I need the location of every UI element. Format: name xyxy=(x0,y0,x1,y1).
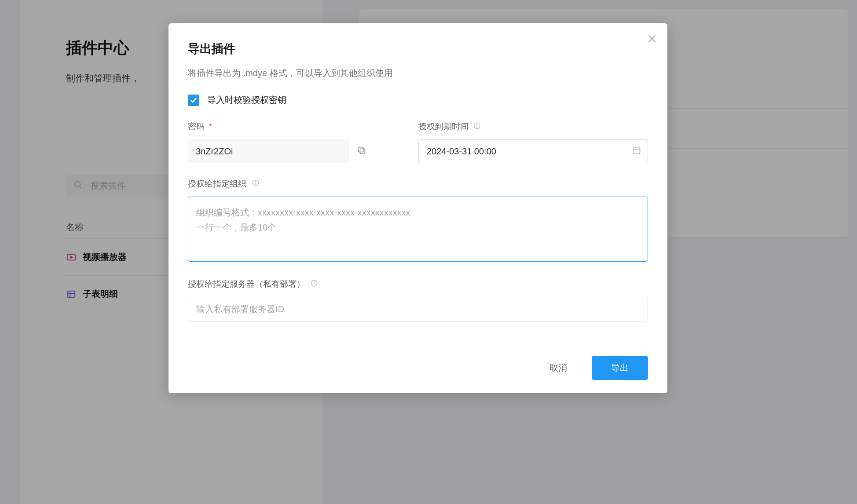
server-label: 授权给指定服务器（私有部署） xyxy=(188,278,648,290)
close-button[interactable] xyxy=(647,34,657,45)
date-input-wrapper xyxy=(418,139,648,163)
server-input[interactable] xyxy=(188,297,648,321)
info-icon xyxy=(310,279,318,289)
required-indicator: * xyxy=(209,122,212,131)
org-textarea[interactable] xyxy=(188,197,648,262)
expire-date-input[interactable] xyxy=(418,139,648,163)
svg-rect-9 xyxy=(360,149,365,153)
export-button[interactable]: 导出 xyxy=(592,356,648,380)
copy-icon xyxy=(357,146,366,155)
server-section: 授权给指定服务器（私有部署） xyxy=(188,278,648,321)
expire-field-wrapper: 授权到期时间 xyxy=(418,121,648,163)
checkbox-row: 导入时校验授权密钥 xyxy=(188,94,648,106)
info-icon xyxy=(252,179,260,189)
modal-subtitle: 将插件导出为 .mdye 格式，可以导入到其他组织使用 xyxy=(188,67,648,79)
checkbox-label: 导入时校验授权密钥 xyxy=(207,94,286,106)
verify-key-checkbox[interactable] xyxy=(188,95,199,106)
info-icon xyxy=(473,122,481,132)
modal-title: 导出插件 xyxy=(188,41,648,57)
check-icon xyxy=(190,97,197,104)
expire-label: 授权到期时间 xyxy=(418,121,648,132)
svg-point-23 xyxy=(314,281,315,282)
export-plugin-modal: 导出插件 将插件导出为 .mdye 格式，可以导入到其他组织使用 导入时校验授权… xyxy=(168,23,667,393)
org-section: 授权给指定组织 xyxy=(188,178,648,263)
cancel-button[interactable]: 取消 xyxy=(537,356,579,380)
svg-point-13 xyxy=(477,124,477,124)
org-label: 授权给指定组织 xyxy=(188,178,648,190)
password-input[interactable] xyxy=(188,139,349,163)
field-row: 密码 * 授权到期时间 xyxy=(188,121,648,163)
password-field-wrapper: 密码 * xyxy=(188,121,399,163)
svg-point-20 xyxy=(256,181,256,182)
svg-rect-10 xyxy=(359,147,363,152)
copy-button[interactable] xyxy=(357,146,366,157)
password-label: 密码 * xyxy=(188,121,399,132)
modal-footer: 取消 导出 xyxy=(188,356,648,380)
